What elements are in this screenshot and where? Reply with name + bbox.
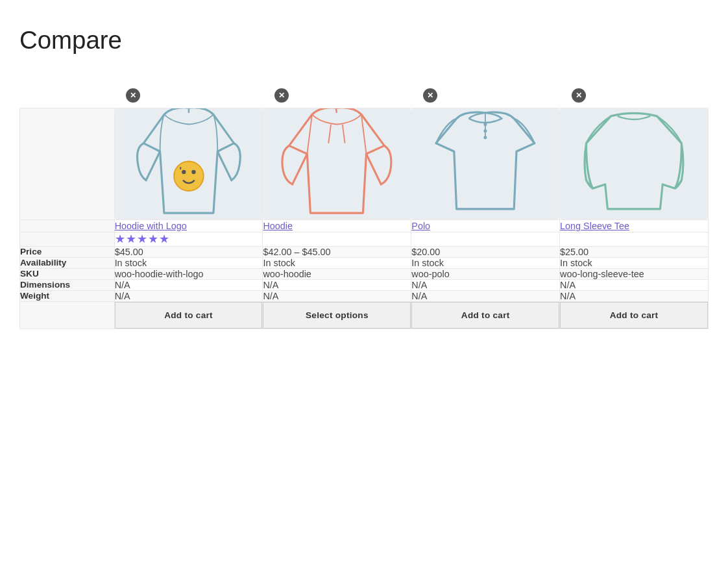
dimensions-cell-0: N/A <box>114 279 263 290</box>
add-to-cart-button-0[interactable]: Add to cart <box>115 302 263 329</box>
availability-cell-0: In stock <box>114 257 263 268</box>
svg-line-4 <box>329 125 332 143</box>
image-wrapper-1 <box>263 108 411 219</box>
action-cell-2: Add to cart <box>411 301 560 329</box>
action-row: Add to cart Select options Add to cart A… <box>20 301 709 329</box>
sku-cell-3: woo-long-sleeve-tee <box>560 268 709 279</box>
rating-cell-0: ★★★★★ <box>114 232 263 246</box>
images-row <box>20 108 709 220</box>
image-cell-0 <box>114 108 263 220</box>
price-cell-3: $25.00 <box>560 246 709 257</box>
label-empty-action <box>20 301 115 329</box>
image-wrapper-0 <box>115 108 263 219</box>
remove-row: ✕ ✕ ✕ ✕ <box>20 81 709 108</box>
action-cell-3: Add to cart <box>560 301 709 329</box>
label-empty-name <box>20 219 115 232</box>
remove-button-2[interactable]: ✕ <box>422 87 439 104</box>
name-cell-2: Polo <box>411 219 560 232</box>
image-wrapper-2 <box>411 108 559 219</box>
label-weight: Weight <box>20 290 115 301</box>
product-name-link-0[interactable]: Hoodie with Logo <box>115 221 187 231</box>
select-options-button-1[interactable]: Select options <box>263 302 411 329</box>
image-cell-2 <box>411 108 560 220</box>
name-cell-1: Hoodie <box>263 219 411 232</box>
name-cell-3: Long Sleeve Tee <box>560 219 709 232</box>
page-title: Compare <box>19 26 709 55</box>
svg-line-5 <box>343 125 345 143</box>
rating-cell-1 <box>263 232 411 246</box>
availability-cell-1: In stock <box>263 257 411 268</box>
svg-point-1 <box>182 170 186 174</box>
dimensions-cell-2: N/A <box>411 279 560 290</box>
dimensions-row: Dimensions N/A N/A N/A N/A <box>20 279 709 290</box>
svg-point-8 <box>484 129 487 132</box>
price-cell-2: $20.00 <box>411 246 560 257</box>
svg-point-9 <box>484 136 487 139</box>
svg-point-0 <box>174 162 204 192</box>
weight-cell-0: N/A <box>114 290 263 301</box>
label-availability: Availability <box>20 257 115 268</box>
rating-cell-3 <box>560 232 709 246</box>
product-image-hoodie <box>263 108 411 219</box>
product-name-link-1[interactable]: Hoodie <box>263 221 293 231</box>
svg-line-11 <box>516 143 535 152</box>
image-inner-1 <box>263 108 411 219</box>
image-wrapper-3 <box>560 108 708 219</box>
svg-point-7 <box>484 123 487 126</box>
names-row: Hoodie with Logo Hoodie Polo Long Sleeve… <box>20 219 709 232</box>
sku-cell-2: woo-polo <box>411 268 560 279</box>
label-empty-rating <box>20 232 115 246</box>
rating-row: ★★★★★ <box>20 232 709 246</box>
weight-cell-1: N/A <box>263 290 411 301</box>
availability-cell-2: In stock <box>411 257 560 268</box>
remove-cell-1: ✕ <box>263 81 411 108</box>
sku-cell-1: woo-hoodie <box>263 268 411 279</box>
add-to-cart-button-2[interactable]: Add to cart <box>411 302 559 329</box>
sku-row: SKU woo-hoodie-with-logo woo-hoodie woo-… <box>20 268 709 279</box>
image-inner-2 <box>411 108 559 219</box>
remove-icon-0: ✕ <box>126 88 140 103</box>
product-image-polo <box>411 108 559 219</box>
remove-button-0[interactable]: ✕ <box>125 87 141 104</box>
price-row: Price $45.00 $42.00 – $45.00 $20.00 $25.… <box>20 246 709 257</box>
label-sku: SKU <box>20 268 115 279</box>
dimensions-cell-1: N/A <box>263 279 411 290</box>
label-empty-remove <box>20 81 115 108</box>
sku-cell-0: woo-hoodie-with-logo <box>114 268 263 279</box>
product-name-link-3[interactable]: Long Sleeve Tee <box>560 221 629 231</box>
add-to-cart-button-3[interactable]: Add to cart <box>560 302 708 329</box>
price-cell-0: $45.00 <box>114 246 263 257</box>
action-cell-0: Add to cart <box>114 301 263 329</box>
remove-cell-3: ✕ <box>560 81 709 108</box>
label-dimensions: Dimensions <box>20 279 115 290</box>
image-inner-3 <box>560 108 708 219</box>
dimensions-cell-3: N/A <box>560 279 709 290</box>
name-cell-0: Hoodie with Logo <box>114 219 263 232</box>
weight-row: Weight N/A N/A N/A N/A <box>20 290 709 301</box>
remove-cell-2: ✕ <box>411 81 560 108</box>
weight-cell-2: N/A <box>411 290 560 301</box>
image-cell-1 <box>263 108 411 220</box>
availability-cell-3: In stock <box>560 257 709 268</box>
product-image-longsleeve <box>560 108 708 219</box>
label-price: Price <box>20 246 115 257</box>
image-cell-3 <box>560 108 709 220</box>
remove-icon-2: ✕ <box>423 88 437 103</box>
availability-row: Availability In stock In stock In stock … <box>20 257 709 268</box>
rating-cell-2 <box>411 232 560 246</box>
action-cell-1: Select options <box>263 301 411 329</box>
svg-line-10 <box>436 143 454 152</box>
stars-0: ★★★★★ <box>115 232 170 245</box>
weight-cell-3: N/A <box>560 290 709 301</box>
remove-icon-3: ✕ <box>572 88 586 103</box>
label-empty-image <box>20 108 115 220</box>
price-cell-1: $42.00 – $45.00 <box>263 246 411 257</box>
product-image-hoodie-logo <box>115 108 263 219</box>
remove-button-1[interactable]: ✕ <box>273 87 290 104</box>
remove-cell-0: ✕ <box>114 81 263 108</box>
svg-point-2 <box>191 170 195 174</box>
product-name-link-2[interactable]: Polo <box>411 221 430 231</box>
image-inner-0 <box>115 108 263 219</box>
remove-button-3[interactable]: ✕ <box>570 87 587 104</box>
compare-table: ✕ ✕ ✕ ✕ <box>19 81 709 329</box>
